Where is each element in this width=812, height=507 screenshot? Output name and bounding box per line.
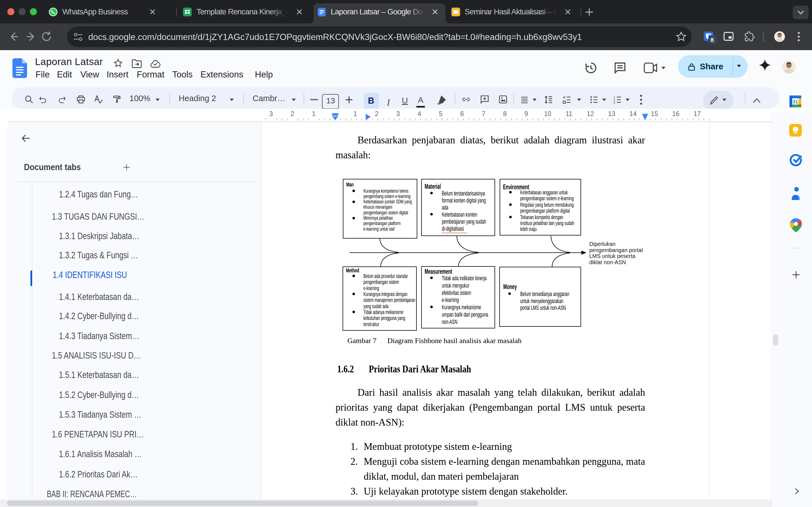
svg-text:3: 3 [613, 101, 615, 105]
svg-text:1: 1 [312, 110, 316, 117]
svg-text:2: 2 [375, 110, 378, 117]
svg-text:5: 5 [439, 110, 443, 117]
svg-text:6: 6 [460, 110, 464, 117]
svg-text:16: 16 [672, 110, 679, 117]
svg-text:11: 11 [566, 110, 572, 117]
svg-text:3: 3 [396, 110, 400, 117]
svg-text:9: 9 [524, 110, 528, 117]
svg-text:31: 31 [793, 99, 798, 105]
svg-text:17: 17 [694, 110, 701, 117]
svg-text:3: 3 [269, 110, 273, 117]
svg-text:14: 14 [629, 110, 637, 117]
svg-text:12: 12 [587, 110, 594, 117]
svg-text:8: 8 [503, 110, 507, 117]
svg-text:4: 4 [417, 110, 421, 117]
svg-text:15: 15 [651, 110, 658, 117]
svg-text:10: 10 [544, 110, 551, 117]
svg-text:7: 7 [481, 110, 485, 117]
svg-text:1: 1 [354, 110, 357, 117]
svg-text:13: 13 [608, 110, 615, 117]
svg-text:2: 2 [291, 110, 294, 117]
